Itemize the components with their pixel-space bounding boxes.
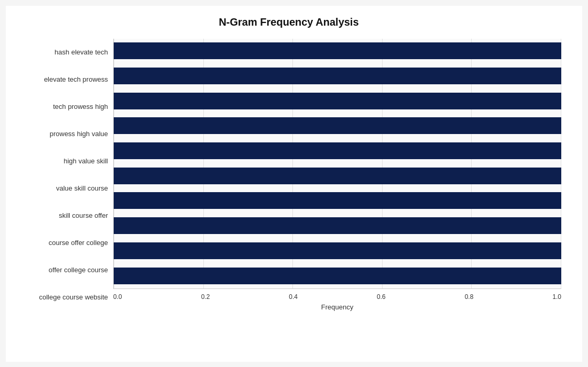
- bars-area: [113, 39, 561, 289]
- bar-row: [114, 240, 561, 261]
- x-tick: 0.8: [465, 293, 474, 301]
- x-axis: 0.00.20.40.60.81.0: [113, 289, 561, 301]
- y-label: value skill course: [16, 184, 108, 193]
- x-tick: 1.0: [552, 293, 561, 301]
- bar: [114, 42, 561, 59]
- chart-container: N-Gram Frequency Analysis hash elevate t…: [6, 6, 582, 362]
- y-label: college course website: [16, 293, 108, 302]
- y-label: high value skill: [16, 157, 108, 165]
- y-axis-labels: hash elevate techelevate tech prowesstec…: [16, 39, 113, 311]
- bar-row: [114, 115, 561, 136]
- bar: [114, 93, 561, 109]
- y-label: tech prowess high: [16, 103, 108, 111]
- bar-row: [114, 140, 561, 161]
- bar: [114, 68, 561, 84]
- chart-area: hash elevate techelevate tech prowesstec…: [16, 39, 561, 311]
- bar: [114, 117, 561, 134]
- bar: [114, 268, 561, 284]
- y-label: offer college course: [16, 266, 108, 274]
- bar: [114, 242, 561, 259]
- bar: [114, 142, 561, 159]
- x-axis-label: Frequency: [113, 303, 561, 311]
- bar-row: [114, 65, 561, 86]
- x-tick: 0.2: [201, 293, 210, 301]
- y-label: elevate tech prowess: [16, 75, 108, 84]
- y-label: course offer college: [16, 239, 108, 247]
- x-tick: 0.0: [113, 293, 122, 301]
- y-label: prowess high value: [16, 130, 108, 138]
- chart-title: N-Gram Frequency Analysis: [16, 16, 561, 28]
- bar-row: [114, 190, 561, 211]
- x-tick: 0.6: [377, 293, 386, 301]
- bar-row: [114, 91, 561, 112]
- bar: [114, 168, 561, 184]
- bar: [114, 217, 561, 234]
- bar-row: [114, 265, 561, 286]
- x-tick: 0.4: [289, 293, 298, 301]
- bars-and-xaxis: 0.00.20.40.60.81.0 Frequency: [113, 39, 561, 311]
- bar-row: [114, 215, 561, 236]
- y-label: hash elevate tech: [16, 48, 108, 57]
- y-label: skill course offer: [16, 212, 108, 220]
- bar-row: [114, 40, 561, 61]
- bar: [114, 192, 561, 209]
- bar-row: [114, 165, 561, 186]
